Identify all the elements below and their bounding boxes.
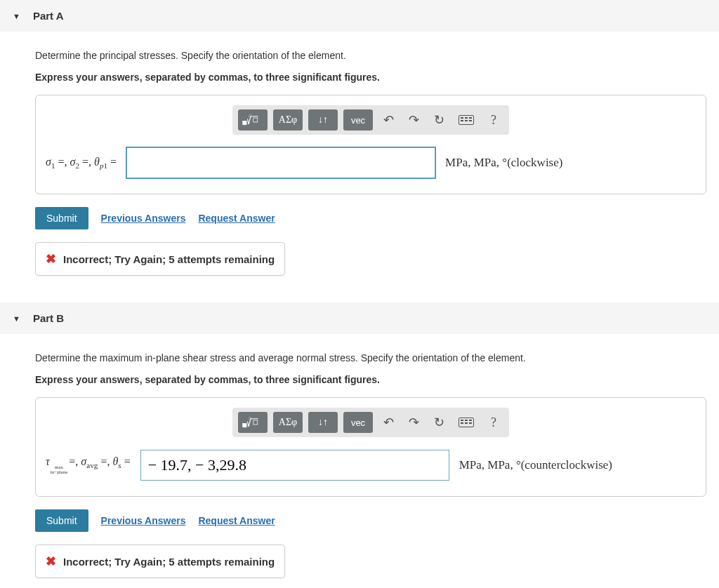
part-b-equation-row: τmaxin−plane=, σavg =, θs = MPa, MPa, °(… <box>46 450 696 481</box>
svg-rect-3 <box>243 424 246 427</box>
part-a-body: Determine the principal stresses. Specif… <box>0 32 719 288</box>
help-button[interactable]: ? <box>484 412 503 433</box>
part-b-units: MPa, MPa, °(counterclockwise) <box>459 458 612 472</box>
part-b-prompt1: Determine the maximum in-plane shear str… <box>35 351 706 366</box>
redo-button[interactable]: ↷ <box>404 412 423 433</box>
reset-button[interactable]: ↻ <box>429 109 449 131</box>
incorrect-icon: ✖ <box>46 554 56 569</box>
template-button[interactable]: □ <box>238 412 268 433</box>
part-a-lhs: σ1 =, σ2 =, θp1 = <box>46 156 117 170</box>
reset-button[interactable]: ↻ <box>429 412 449 433</box>
part-a-feedback: ✖ Incorrect; Try Again; 5 attempts remai… <box>35 242 285 276</box>
part-b-body: Determine the maximum in-plane shear str… <box>0 334 719 588</box>
help-button[interactable]: ? <box>484 109 503 131</box>
part-a-actions: Submit Previous Answers Request Answer <box>35 207 706 229</box>
part-b-title: Part B <box>33 312 64 324</box>
keyboard-icon <box>459 417 474 427</box>
caret-down-icon: ▼ <box>13 314 20 323</box>
subsuper-button[interactable]: ↓↑ <box>308 109 338 131</box>
part-a-answer-input[interactable] <box>126 147 435 178</box>
keyboard-icon <box>459 115 474 125</box>
template-button[interactable]: □ <box>238 109 268 131</box>
part-a-units: MPa, MPa, °(clockwise) <box>445 156 562 170</box>
part-a: ▼ Part A Determine the principal stresse… <box>0 0 719 288</box>
submit-button[interactable]: Submit <box>35 509 88 532</box>
part-b-prompt2: Express your answers, separated by comma… <box>35 373 706 387</box>
svg-rect-0 <box>243 121 246 125</box>
equation-toolbar: □ ΑΣφ ↓↑ vec ↶ ↷ ↻ ? <box>232 408 509 437</box>
template-icon: □ <box>242 415 263 429</box>
part-b-feedback-text: Incorrect; Try Again; 5 attempts remaini… <box>63 556 275 568</box>
greek-button[interactable]: ΑΣφ <box>273 412 303 433</box>
part-b-answer-input[interactable] <box>140 450 449 481</box>
caret-down-icon: ▼ <box>13 12 20 20</box>
part-a-answer-box: □ ΑΣφ ↓↑ vec ↶ ↷ ↻ ? σ <box>35 95 706 194</box>
greek-button[interactable]: ΑΣφ <box>273 109 303 131</box>
subsuper-button[interactable]: ↓↑ <box>308 412 338 433</box>
undo-button[interactable]: ↶ <box>378 109 398 131</box>
part-a-title: Part A <box>33 10 64 22</box>
submit-button[interactable]: Submit <box>35 207 88 229</box>
keyboard-button[interactable] <box>454 412 478 433</box>
svg-rect-2 <box>253 118 258 122</box>
previous-answers-link[interactable]: Previous Answers <box>101 515 186 526</box>
request-answer-link[interactable]: Request Answer <box>198 213 275 224</box>
part-b: ▼ Part B Determine the maximum in-plane … <box>0 302 719 588</box>
part-b-header[interactable]: ▼ Part B <box>0 302 719 334</box>
svg-rect-5 <box>253 420 258 425</box>
part-a-prompt1: Determine the principal stresses. Specif… <box>35 48 706 63</box>
template-icon: □ <box>242 113 263 127</box>
part-a-prompt2: Express your answers, separated by comma… <box>35 70 706 85</box>
previous-answers-link[interactable]: Previous Answers <box>101 213 186 224</box>
part-b-actions: Submit Previous Answers Request Answer <box>35 509 706 532</box>
part-a-header[interactable]: ▼ Part A <box>0 0 719 32</box>
part-b-lhs: τmaxin−plane=, σavg =, θs = <box>46 455 131 474</box>
undo-button[interactable]: ↶ <box>378 412 398 433</box>
equation-toolbar: □ ΑΣφ ↓↑ vec ↶ ↷ ↻ ? <box>232 105 509 135</box>
part-a-feedback-text: Incorrect; Try Again; 5 attempts remaini… <box>63 253 275 265</box>
redo-button[interactable]: ↷ <box>404 109 423 131</box>
part-b-feedback: ✖ Incorrect; Try Again; 5 attempts remai… <box>35 544 285 578</box>
request-answer-link[interactable]: Request Answer <box>198 515 275 526</box>
keyboard-button[interactable] <box>454 109 478 131</box>
part-a-equation-row: σ1 =, σ2 =, θp1 = MPa, MPa, °(clockwise) <box>46 147 696 178</box>
vec-button[interactable]: vec <box>343 109 373 131</box>
part-b-answer-box: □ ΑΣφ ↓↑ vec ↶ ↷ ↻ ? τ <box>35 397 706 497</box>
incorrect-icon: ✖ <box>46 251 56 267</box>
vec-button[interactable]: vec <box>343 412 373 433</box>
